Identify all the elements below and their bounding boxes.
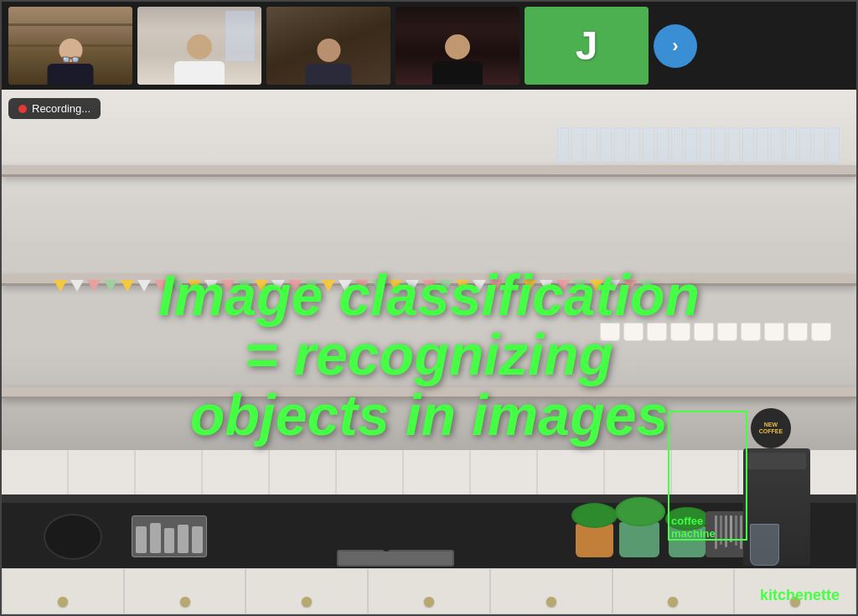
cabinet-1 <box>2 568 124 614</box>
new-coffee-sign: NEWCOFFEE <box>751 408 791 448</box>
coffee-machine-area <box>743 448 810 566</box>
faucet <box>383 510 390 551</box>
cabinet-2 <box>124 568 246 614</box>
recording-badge: Recording... <box>8 98 101 119</box>
sink <box>337 550 454 567</box>
cabinet-6 <box>612 568 735 614</box>
chevron-right-icon: › <box>672 35 678 57</box>
participant-thumb-1[interactable] <box>8 7 132 85</box>
cabinets <box>2 568 856 614</box>
dish-rack <box>132 515 207 557</box>
frying-pan <box>44 514 102 560</box>
participant-thumb-2[interactable] <box>137 7 261 85</box>
bbox-label: coffee machine <box>671 515 716 541</box>
slide-overlay-text: Image classification = recognizing objec… <box>136 266 722 445</box>
app-container: J › <box>0 0 858 616</box>
shelf-1 <box>2 165 856 177</box>
recording-dot <box>18 105 27 113</box>
avatar-letter: J <box>576 23 598 69</box>
more-participants-button[interactable]: › <box>654 24 697 68</box>
cabinet-5 <box>490 568 612 614</box>
participants-bar: J › <box>2 2 856 90</box>
cabinet-3 <box>246 568 368 614</box>
plant-pot-1 <box>576 524 613 557</box>
scene-label: kitchenette <box>760 587 840 604</box>
participant-thumb-4[interactable] <box>395 7 519 85</box>
participant-thumb-3[interactable] <box>266 7 390 85</box>
canvas-area: NEWCOFFEE coffee machine kitchenette Rec… <box>2 90 856 614</box>
glasses-top-shelf <box>557 127 840 163</box>
bbox-annotation: coffee machine <box>668 411 747 541</box>
participant-avatar-j[interactable]: J <box>525 7 649 85</box>
recording-text: Recording... <box>32 102 90 115</box>
slide-heading: Image classification = recognizing objec… <box>136 266 722 445</box>
plant-pot-2 <box>619 522 659 557</box>
cabinet-4 <box>368 568 490 614</box>
